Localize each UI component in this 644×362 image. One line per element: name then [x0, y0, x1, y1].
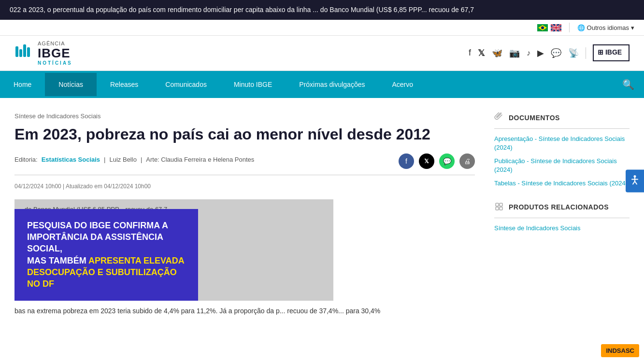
nav-proximas-divulgacoes[interactable]: Próximas divulgações	[286, 73, 378, 96]
other-languages-label: Outros idiomas	[587, 24, 629, 31]
svg-rect-19	[496, 207, 499, 210]
flag-brazil[interactable]	[537, 24, 548, 31]
products-title-label: PRODUTOS RELACIONADOS	[509, 203, 609, 211]
site-header: AGÊNCIA IBGE NOTÍCIAS f 𝕏 🦋 📷 ♪ ▶ 💬 📡 ⊞ …	[0, 36, 644, 71]
author-name: Luiz Bello	[110, 156, 137, 163]
share-print-button[interactable]: 🖨	[459, 153, 475, 169]
globe-icon: 🌐	[577, 24, 585, 31]
accessibility-button[interactable]	[626, 170, 644, 193]
svg-rect-12	[15, 46, 18, 57]
article-meta-share: Editoria: Estatísticas Sociais | Luiz Be…	[14, 153, 475, 175]
overlay-line1: PESQUISA DO IBGE CONFIRMA A	[27, 221, 168, 230]
section-label: Síntese de Indicadores Sociais	[14, 112, 475, 120]
svg-rect-20	[500, 207, 502, 210]
documents-icon	[494, 112, 504, 124]
article-body-text: bas na extrema pobreza em 2023 teria sub…	[14, 306, 475, 317]
svg-rect-11	[551, 27, 561, 28]
scrolled-text-bar: 022 a 2023, o percentual da população do…	[0, 0, 644, 20]
overlay-text: PESQUISA DO IBGE CONFIRMA A IMPORTÂNCIA …	[27, 220, 186, 290]
article-overlay-box: PESQUISA DO IBGE CONFIRMA A IMPORTÂNCIA …	[14, 209, 198, 301]
tiktok-icon[interactable]: ♪	[527, 49, 530, 57]
svg-line-25	[635, 181, 637, 184]
svg-rect-13	[19, 49, 22, 57]
art-credits: Arte: Claudia Ferreira e Helena Pontes	[146, 156, 254, 163]
article-image-container: ...do Banco Mundial (US$ 6,85 PPP... rec…	[14, 199, 333, 301]
header-divider	[586, 47, 586, 59]
sidebar-documents-title: DOCUMENTOS	[494, 112, 630, 129]
sidebar-doc-0[interactable]: Apresentação - Síntese de Indicadores So…	[494, 135, 630, 152]
editoria-label: Editoria:	[14, 156, 38, 163]
overlay-line3: MAS TAMBÉM	[27, 256, 88, 265]
other-languages-dropdown[interactable]: 🌐 Outros idiomas ▾	[577, 24, 634, 31]
instagram-icon[interactable]: 📷	[509, 48, 520, 58]
ibge-logo-badge: ⊞ IBGE	[593, 44, 630, 61]
mastodon-icon[interactable]: 🦋	[492, 48, 502, 58]
nav-search-button[interactable]: 🔍	[613, 71, 644, 98]
svg-rect-14	[23, 44, 26, 57]
scrolled-text: 022 a 2023, o percentual da população do…	[10, 6, 474, 14]
logo-noticias-label: NOTÍCIAS	[38, 60, 72, 66]
flag-uk[interactable]	[551, 24, 561, 31]
sidebar-doc-2[interactable]: Tabelas - Síntese de Indicadores Sociais…	[494, 179, 630, 188]
nav-home[interactable]: Home	[0, 73, 45, 96]
svg-rect-15	[27, 47, 30, 57]
social-icons-bar: f 𝕏 🦋 📷 ♪ ▶ 💬 📡 ⊞ IBGE	[469, 44, 630, 61]
whatsapp-icon[interactable]: 💬	[551, 48, 561, 58]
rss-icon[interactable]: 📡	[568, 48, 579, 58]
main-wrapper: Síntese de Indicadores Sociais Em 2023, …	[0, 98, 644, 317]
sidebar-documents-section: DOCUMENTOS Apresentação - Síntese de Ind…	[494, 112, 630, 188]
art-separator: |	[141, 156, 142, 163]
article-date: 04/12/2024 10h00 | Atualizado em 04/12/2…	[14, 183, 475, 190]
facebook-icon[interactable]: f	[469, 48, 471, 58]
language-flags	[537, 24, 561, 31]
nav-acervo[interactable]: Acervo	[378, 73, 427, 96]
logo-text-area: AGÊNCIA IBGE NOTÍCIAS	[38, 41, 72, 66]
svg-rect-18	[500, 203, 502, 206]
documents-title-label: DOCUMENTOS	[509, 114, 560, 122]
youtube-icon[interactable]: ▶	[537, 48, 544, 58]
author-separator: |	[104, 156, 105, 163]
share-icons: f 𝕏 💬 🖨	[399, 153, 475, 169]
nav-comunicados[interactable]: Comunicados	[152, 73, 220, 96]
svg-point-2	[541, 26, 544, 29]
share-twitter-button[interactable]: 𝕏	[419, 153, 434, 169]
logo-icon	[14, 42, 33, 63]
overlay-line2: IMPORTÂNCIA DA ASSISTÊNCIA SOCIAL,	[27, 232, 163, 253]
share-whatsapp-button[interactable]: 💬	[439, 153, 455, 169]
top-bar: 🌐 Outros idiomas ▾	[0, 20, 644, 36]
svg-text:⊞ IBGE: ⊞ IBGE	[598, 48, 622, 56]
nav-noticias[interactable]: Notícias	[45, 73, 97, 96]
share-facebook-button[interactable]: f	[399, 153, 414, 169]
article-meta: Editoria: Estatísticas Sociais | Luiz Be…	[14, 156, 254, 163]
nav-releases[interactable]: Releases	[97, 73, 152, 96]
article-area: Síntese de Indicadores Sociais Em 2023, …	[14, 112, 475, 317]
svg-point-21	[634, 175, 636, 178]
main-nav: Home Notícias Releases Comunicados Minut…	[0, 71, 644, 98]
logo-ibge-label: IBGE	[38, 46, 72, 60]
svg-rect-17	[496, 203, 499, 206]
sidebar-doc-1[interactable]: Publicação - Síntese de Indicadores Soci…	[494, 157, 630, 174]
article-title: Em 2023, pobreza no país cai ao menor ní…	[14, 125, 475, 144]
nav-minuto-ibge[interactable]: Minuto IBGE	[220, 73, 286, 96]
top-divider	[569, 23, 570, 32]
chevron-down-icon: ▾	[631, 24, 634, 31]
products-icon	[494, 202, 504, 213]
sidebar-products-section: PRODUTOS RELACIONADOS Síntese de Indicad…	[494, 202, 630, 233]
sidebar: DOCUMENTOS Apresentação - Síntese de Ind…	[494, 112, 630, 317]
sidebar-products-title: PRODUTOS RELACIONADOS	[494, 202, 630, 218]
sidebar-product-0[interactable]: Síntese de Indicadores Sociais	[494, 224, 630, 233]
editoria-link[interactable]: Estatísticas Sociais	[42, 156, 100, 163]
twitter-x-icon[interactable]: 𝕏	[478, 48, 485, 58]
logo-area[interactable]: AGÊNCIA IBGE NOTÍCIAS	[14, 41, 72, 66]
